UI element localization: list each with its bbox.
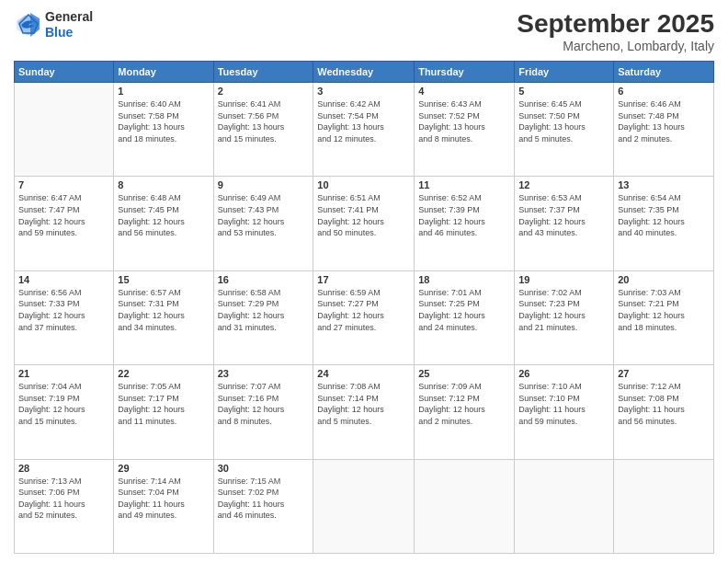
day-number: 4 <box>418 86 510 97</box>
day-number: 1 <box>118 86 209 97</box>
calendar-cell <box>15 83 114 177</box>
day-info: Sunrise: 6:42 AM Sunset: 7:54 PM Dayligh… <box>317 98 410 144</box>
calendar-cell: 19Sunrise: 7:02 AM Sunset: 7:23 PM Dayli… <box>515 270 614 364</box>
day-info: Sunrise: 7:02 AM Sunset: 7:23 PM Dayligh… <box>518 287 609 333</box>
day-number: 17 <box>317 274 410 285</box>
calendar-cell: 13Sunrise: 6:54 AM Sunset: 7:35 PM Dayli… <box>614 177 714 270</box>
header: General Blue September 2025 Marcheno, Lo… <box>14 9 714 53</box>
day-info: Sunrise: 6:40 AM Sunset: 7:58 PM Dayligh… <box>118 98 209 144</box>
day-number: 19 <box>518 274 609 285</box>
weekday-header-tuesday: Tuesday <box>213 62 313 83</box>
day-info: Sunrise: 6:57 AM Sunset: 7:31 PM Dayligh… <box>118 287 209 333</box>
day-number: 8 <box>118 179 209 190</box>
logo: General Blue <box>14 9 93 40</box>
day-info: Sunrise: 6:41 AM Sunset: 7:56 PM Dayligh… <box>218 98 310 144</box>
day-number: 12 <box>518 179 609 190</box>
calendar-cell <box>515 459 614 553</box>
day-number: 3 <box>317 86 410 97</box>
day-info: Sunrise: 6:48 AM Sunset: 7:45 PM Dayligh… <box>118 192 209 238</box>
day-number: 9 <box>218 179 310 190</box>
weekday-header-thursday: Thursday <box>415 62 515 83</box>
day-number: 23 <box>218 368 310 379</box>
calendar-table: SundayMondayTuesdayWednesdayThursdayFrid… <box>14 61 714 554</box>
weekday-header-row: SundayMondayTuesdayWednesdayThursdayFrid… <box>15 62 714 83</box>
calendar-cell: 6Sunrise: 6:46 AM Sunset: 7:48 PM Daylig… <box>614 83 714 177</box>
day-number: 5 <box>518 86 609 97</box>
calendar-cell: 24Sunrise: 7:08 AM Sunset: 7:14 PM Dayli… <box>313 365 415 459</box>
weekday-header-sunday: Sunday <box>15 62 114 83</box>
day-number: 21 <box>18 368 109 379</box>
calendar-cell: 21Sunrise: 7:04 AM Sunset: 7:19 PM Dayli… <box>15 365 114 459</box>
calendar-cell <box>614 459 714 553</box>
calendar-cell: 18Sunrise: 7:01 AM Sunset: 7:25 PM Dayli… <box>415 270 515 364</box>
calendar-cell <box>313 459 415 553</box>
calendar-cell: 29Sunrise: 7:14 AM Sunset: 7:04 PM Dayli… <box>114 459 213 553</box>
calendar-cell: 17Sunrise: 6:59 AM Sunset: 7:27 PM Dayli… <box>313 270 415 364</box>
week-row-0: 1Sunrise: 6:40 AM Sunset: 7:58 PM Daylig… <box>15 83 714 177</box>
calendar-cell: 9Sunrise: 6:49 AM Sunset: 7:43 PM Daylig… <box>213 177 313 270</box>
title-block: September 2025 Marcheno, Lombardy, Italy <box>517 9 714 53</box>
page: General Blue September 2025 Marcheno, Lo… <box>0 0 728 563</box>
calendar-cell: 22Sunrise: 7:05 AM Sunset: 7:17 PM Dayli… <box>114 365 213 459</box>
day-info: Sunrise: 7:07 AM Sunset: 7:16 PM Dayligh… <box>218 381 310 427</box>
calendar-cell: 30Sunrise: 7:15 AM Sunset: 7:02 PM Dayli… <box>213 459 313 553</box>
day-number: 18 <box>418 274 510 285</box>
calendar-cell: 28Sunrise: 7:13 AM Sunset: 7:06 PM Dayli… <box>15 459 114 553</box>
calendar-cell: 3Sunrise: 6:42 AM Sunset: 7:54 PM Daylig… <box>313 83 415 177</box>
calendar-cell: 7Sunrise: 6:47 AM Sunset: 7:47 PM Daylig… <box>15 177 114 270</box>
calendar-cell: 26Sunrise: 7:10 AM Sunset: 7:10 PM Dayli… <box>515 365 614 459</box>
calendar-cell: 16Sunrise: 6:58 AM Sunset: 7:29 PM Dayli… <box>213 270 313 364</box>
day-info: Sunrise: 7:03 AM Sunset: 7:21 PM Dayligh… <box>618 287 710 333</box>
calendar-cell: 8Sunrise: 6:48 AM Sunset: 7:45 PM Daylig… <box>114 177 213 270</box>
day-number: 13 <box>618 179 710 190</box>
calendar-cell: 11Sunrise: 6:52 AM Sunset: 7:39 PM Dayli… <box>415 177 515 270</box>
day-number: 10 <box>317 179 410 190</box>
day-info: Sunrise: 6:43 AM Sunset: 7:52 PM Dayligh… <box>418 98 510 144</box>
day-info: Sunrise: 6:51 AM Sunset: 7:41 PM Dayligh… <box>317 192 410 238</box>
day-info: Sunrise: 7:10 AM Sunset: 7:10 PM Dayligh… <box>518 381 609 427</box>
day-number: 28 <box>18 463 109 474</box>
day-number: 20 <box>618 274 710 285</box>
day-info: Sunrise: 6:47 AM Sunset: 7:47 PM Dayligh… <box>18 192 109 238</box>
day-info: Sunrise: 7:08 AM Sunset: 7:14 PM Dayligh… <box>317 381 410 427</box>
day-info: Sunrise: 7:12 AM Sunset: 7:08 PM Dayligh… <box>618 381 710 427</box>
day-info: Sunrise: 6:49 AM Sunset: 7:43 PM Dayligh… <box>218 192 310 238</box>
week-row-3: 21Sunrise: 7:04 AM Sunset: 7:19 PM Dayli… <box>15 365 714 459</box>
calendar-cell: 2Sunrise: 6:41 AM Sunset: 7:56 PM Daylig… <box>213 83 313 177</box>
weekday-header-saturday: Saturday <box>614 62 714 83</box>
calendar-cell: 15Sunrise: 6:57 AM Sunset: 7:31 PM Dayli… <box>114 270 213 364</box>
day-info: Sunrise: 6:53 AM Sunset: 7:37 PM Dayligh… <box>518 192 609 238</box>
day-info: Sunrise: 6:59 AM Sunset: 7:27 PM Dayligh… <box>317 287 410 333</box>
logo-text: General Blue <box>45 9 93 40</box>
calendar-cell: 10Sunrise: 6:51 AM Sunset: 7:41 PM Dayli… <box>313 177 415 270</box>
day-info: Sunrise: 6:52 AM Sunset: 7:39 PM Dayligh… <box>418 192 510 238</box>
day-number: 2 <box>218 86 310 97</box>
weekday-header-wednesday: Wednesday <box>313 62 415 83</box>
calendar-cell: 25Sunrise: 7:09 AM Sunset: 7:12 PM Dayli… <box>415 365 515 459</box>
day-info: Sunrise: 6:45 AM Sunset: 7:50 PM Dayligh… <box>518 98 609 144</box>
day-info: Sunrise: 7:14 AM Sunset: 7:04 PM Dayligh… <box>118 476 209 522</box>
day-number: 27 <box>618 368 710 379</box>
logo-icon <box>14 11 41 39</box>
day-number: 30 <box>218 463 310 474</box>
day-info: Sunrise: 7:09 AM Sunset: 7:12 PM Dayligh… <box>418 381 510 427</box>
day-number: 22 <box>118 368 209 379</box>
day-number: 15 <box>118 274 209 285</box>
day-info: Sunrise: 7:05 AM Sunset: 7:17 PM Dayligh… <box>118 381 209 427</box>
day-number: 29 <box>118 463 209 474</box>
weekday-header-friday: Friday <box>515 62 614 83</box>
day-info: Sunrise: 7:13 AM Sunset: 7:06 PM Dayligh… <box>18 476 109 522</box>
calendar-cell: 20Sunrise: 7:03 AM Sunset: 7:21 PM Dayli… <box>614 270 714 364</box>
calendar-cell: 4Sunrise: 6:43 AM Sunset: 7:52 PM Daylig… <box>415 83 515 177</box>
day-info: Sunrise: 7:15 AM Sunset: 7:02 PM Dayligh… <box>218 476 310 522</box>
day-info: Sunrise: 6:54 AM Sunset: 7:35 PM Dayligh… <box>618 192 710 238</box>
day-number: 25 <box>418 368 510 379</box>
calendar-cell: 14Sunrise: 6:56 AM Sunset: 7:33 PM Dayli… <box>15 270 114 364</box>
day-info: Sunrise: 7:04 AM Sunset: 7:19 PM Dayligh… <box>18 381 109 427</box>
day-number: 7 <box>18 179 109 190</box>
week-row-2: 14Sunrise: 6:56 AM Sunset: 7:33 PM Dayli… <box>15 270 714 364</box>
day-number: 16 <box>218 274 310 285</box>
calendar-cell: 5Sunrise: 6:45 AM Sunset: 7:50 PM Daylig… <box>515 83 614 177</box>
day-number: 6 <box>618 86 710 97</box>
day-number: 26 <box>518 368 609 379</box>
